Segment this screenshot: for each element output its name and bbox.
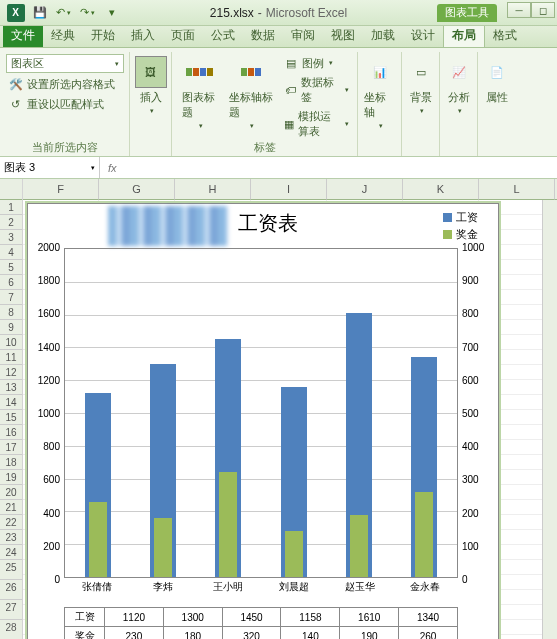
chart-title-label: 图表标题 [182,90,217,120]
legend-swatch-salary [443,213,452,222]
axis-title-label: 坐标轴标题 [229,90,273,120]
chart-legend[interactable]: 工资 奖金 [443,210,478,244]
gear-brush-icon: 🛠️ [8,76,24,92]
reset-style-button[interactable]: ↺ 重设以匹配样式 [6,95,106,113]
quick-access-toolbar: X 💾 ↶▾ ↷▾ ▾ [0,3,124,23]
ribbon-group-properties: 📄属性 [478,52,516,156]
chart-element-value: 图表区 [11,56,44,71]
axis-title-button[interactable]: 坐标轴标题▾ [225,54,277,140]
tab-format[interactable]: 格式 [485,24,525,47]
tab-formula[interactable]: 公式 [203,24,243,47]
grid-body[interactable]: 工资表 工资 奖金 020040060080010001200140016001… [23,200,557,639]
titlebar: X 💾 ↶▾ ↷▾ ▾ 215.xlsx - Microsoft Excel 图… [0,0,557,26]
background-label: 背景 [410,90,432,105]
window-title: 215.xlsx - Microsoft Excel [210,6,347,20]
primary-y-axis[interactable]: 0200400600800100012001400160018002000 [28,248,64,578]
formula-input[interactable] [125,157,557,178]
tab-review[interactable]: 审阅 [283,24,323,47]
tab-addins[interactable]: 加载 [363,24,403,47]
legend-button[interactable]: ▤图例▾ [281,54,335,72]
chart-element-selector[interactable]: 图表区 ▾ [6,54,124,73]
minimize-button[interactable]: ─ [507,2,531,18]
filename: 215.xlsx [210,6,254,20]
chart-title-button[interactable]: 图表标题▾ [178,54,221,140]
reset-icon: ↺ [8,96,24,112]
reset-style-label: 重设以匹配样式 [27,97,104,112]
blurred-region [108,206,228,246]
undo-icon[interactable]: ↶▾ [52,3,76,23]
analysis-icon: 📈 [443,56,475,88]
properties-label: 属性 [486,90,508,105]
tab-view[interactable]: 视图 [323,24,363,47]
legend-label: 图例 [302,56,324,71]
properties-icon: 📄 [481,56,513,88]
legend-label-salary: 工资 [456,210,478,225]
tab-home[interactable]: 开始 [83,24,123,47]
secondary-y-axis[interactable]: 01002003004005006007008009001000 [458,248,498,578]
embedded-chart[interactable]: 工资表 工资 奖金 020040060080010001200140016001… [27,203,499,639]
data-labels-label: 数据标签 [301,75,340,105]
tab-layout[interactable]: 布局 [443,23,485,47]
data-labels-button[interactable]: 🏷数据标签▾ [281,74,351,106]
data-table-icon: ▦ [283,116,295,132]
tab-insert[interactable]: 插入 [123,24,163,47]
ribbon-group-analysis: 📈分析▾ [440,52,478,156]
name-box-value: 图表 3 [4,160,35,175]
tab-design[interactable]: 设计 [403,24,443,47]
axis-title-icon [235,56,267,88]
properties-button[interactable]: 📄属性 [477,54,517,107]
ribbon-group-insert: 🖼 插入 ▾ [130,52,172,156]
format-selection-label: 设置所选内容格式 [27,77,115,92]
restore-button[interactable]: ◻ [531,2,555,18]
chart-data-table[interactable]: 工资112013001450115816101340奖金230180320140… [64,607,458,639]
background-button[interactable]: ▭背景▾ [401,54,441,117]
row-headers[interactable]: 1234567891011121314151617181920212223242… [0,179,23,639]
insert-button[interactable]: 🖼 插入 ▾ [131,54,171,117]
analysis-button[interactable]: 📈分析▾ [439,54,479,117]
ribbon-group-background: ▭背景▾ [402,52,440,156]
axes-label: 坐标轴 [364,90,396,120]
x-axis-labels[interactable]: 张倩倩李炜王小明刘晨超赵玉华金永春 [64,580,458,594]
chart-title-text[interactable]: 工资表 [238,210,298,237]
axes-button[interactable]: 📊坐标轴▾ [360,54,400,132]
data-table-label: 模拟运算表 [298,109,340,139]
data-table-button[interactable]: ▦模拟运算表▾ [281,108,351,140]
ribbon-group-axes: 📊坐标轴▾ [358,52,402,156]
window-controls: ─ ◻ [507,2,555,18]
redo-icon[interactable]: ↷▾ [76,3,100,23]
tab-data[interactable]: 数据 [243,24,283,47]
dropdown-icon: ▾ [115,60,119,68]
formula-bar: 图表 3 ▾ fx [0,157,557,179]
ribbon-group-selection: 图表区 ▾ 🛠️ 设置所选内容格式 ↺ 重设以匹配样式 当前所选内容 [0,52,130,156]
excel-icon[interactable]: X [4,3,28,23]
ribbon-group-labels: 图表标题▾ 坐标轴标题▾ ▤图例▾ 🏷数据标签▾ ▦模拟运算表▾ 标签 [172,52,358,156]
group-label-selection: 当前所选内容 [0,140,129,155]
insert-label: 插入 [140,90,162,105]
dropdown-icon: ▾ [91,164,95,172]
vertical-scrollbar[interactable] [542,200,557,639]
fx-icon[interactable]: fx [100,162,125,174]
plot-area[interactable] [64,248,458,578]
chart-tools-label: 图表工具 [437,4,497,22]
legend-label-bonus: 奖金 [456,227,478,242]
legend-swatch-bonus [443,230,452,239]
data-labels-icon: 🏷 [283,82,297,98]
name-box[interactable]: 图表 3 ▾ [0,157,100,178]
app-name: Microsoft Excel [266,6,347,20]
tab-file[interactable]: 文件 [3,24,43,47]
analysis-label: 分析 [448,90,470,105]
dropdown-icon: ▾ [150,107,154,115]
save-icon[interactable]: 💾 [28,3,52,23]
background-icon: ▭ [405,56,437,88]
axes-icon: 📊 [364,56,396,88]
format-selection-button[interactable]: 🛠️ 设置所选内容格式 [6,75,117,93]
tab-classic[interactable]: 经典 [43,24,83,47]
qat-customize-icon[interactable]: ▾ [100,3,124,23]
column-headers[interactable]: FGHIJKLM [23,179,557,200]
ribbon: 图表区 ▾ 🛠️ 设置所选内容格式 ↺ 重设以匹配样式 当前所选内容 🖼 插入 … [0,48,557,157]
worksheet[interactable]: 1234567891011121314151617181920212223242… [0,179,557,639]
legend-icon: ▤ [283,55,299,71]
chart-title-icon [184,56,216,88]
tab-page[interactable]: 页面 [163,24,203,47]
picture-icon: 🖼 [135,56,167,88]
